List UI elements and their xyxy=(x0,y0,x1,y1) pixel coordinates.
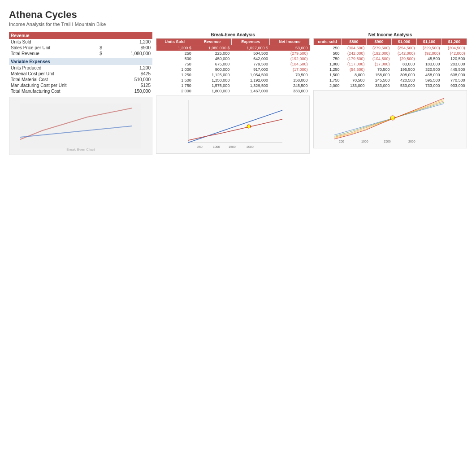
net-income-title: Net Income Analysis xyxy=(313,32,467,37)
variable-expenses-header: Variable Expenses xyxy=(9,58,152,65)
ni-units: 1,500 xyxy=(314,72,342,78)
ni-col-1000: $1,000 xyxy=(391,39,416,45)
ni-c3: (29,500) xyxy=(391,56,416,61)
be-expenses: 1,192,000 xyxy=(231,78,270,83)
col-units-sold: Units Sold xyxy=(156,39,193,45)
net-income-section: Net Income Analysis units sold $800 $900… xyxy=(313,32,467,154)
ni-c1: (242,000) xyxy=(341,51,366,56)
material-cost-value: $425 xyxy=(118,71,152,77)
units-sold-value: 1,200 xyxy=(104,39,152,45)
svg-point-11 xyxy=(390,116,395,120)
table-row: 250 (304,500) (279,500) (254,500) (229,5… xyxy=(314,45,467,51)
units-sold-label: Units Sold xyxy=(9,39,98,45)
svg-rect-2 xyxy=(179,98,287,149)
table-row: 2,000 1,800,000 1,467,000 333,000 xyxy=(156,88,310,94)
be-net-income: (279,500) xyxy=(270,51,310,56)
variable-expenses-table: Units Produced 1,200 Material Cost per U… xyxy=(9,65,152,94)
be-expenses: 642,000 xyxy=(231,56,270,61)
total-material-label: Total Material Cost xyxy=(9,77,112,82)
revenue-table: Units Sold 1,200 Sales Price per Unit $ … xyxy=(9,39,152,56)
svg-text:Break-Even Chart: Break-Even Chart xyxy=(66,147,95,152)
ni-c3: 533,000 xyxy=(391,83,416,88)
break-even-table: Units Sold Revenue Expenses Net Income 1… xyxy=(156,38,310,94)
total-revenue-label: Total Revenue xyxy=(9,51,98,56)
units-sold-dollar xyxy=(98,39,104,45)
ni-c3: 308,000 xyxy=(391,72,416,78)
ni-units: 500 xyxy=(314,51,342,56)
ni-col-1200: $1,200 xyxy=(441,39,467,45)
be-expenses: 1,467,000 xyxy=(231,88,270,94)
be-units: 1,000 xyxy=(156,67,193,72)
be-units: 1,500 xyxy=(156,78,193,83)
table-row: 1,000 900,000 917,000 (17,000) xyxy=(156,67,310,72)
table-row: 250 225,000 504,500 (279,500) xyxy=(156,51,310,56)
break-even-title: Break-Even Analysis xyxy=(156,32,310,37)
table-row: 1,200 $ 1,080,000 $ 1,027,000 $ 53,000 xyxy=(156,45,310,51)
table-row: 1,250 (54,500) 70,500 195,500 320,500 44… xyxy=(314,67,467,72)
total-mfg-label: Total Manufacturing Cost xyxy=(9,88,112,94)
total-mfg-dollar xyxy=(112,88,118,94)
ni-c4: 595,500 xyxy=(416,78,441,83)
ni-units: 1,750 xyxy=(314,78,342,83)
be-revenue: 1,125,000 xyxy=(193,72,232,78)
table-row: Total Manufacturing Cost 150,000 xyxy=(9,88,152,94)
table-row: 1,750 1,575,000 1,329,500 245,500 xyxy=(156,83,310,88)
svg-text:2000: 2000 xyxy=(408,140,415,143)
be-expenses: 1,027,000 $ xyxy=(231,45,270,51)
ni-c1: (54,500) xyxy=(341,67,366,72)
ni-c4: 458,000 xyxy=(416,72,441,78)
table-row: 1,500 8,000 158,000 308,000 458,000 608,… xyxy=(314,72,467,78)
table-row: 500 450,000 642,000 (192,000) xyxy=(156,56,310,61)
ni-c5: 120,500 xyxy=(441,56,467,61)
be-net-income: 333,000 xyxy=(270,88,310,94)
table-row: 750 (179,500) (104,500) (29,500) 45,500 … xyxy=(314,56,467,61)
mfg-cost-label: Manufacturing Cost per Unit xyxy=(9,82,112,88)
table-row: Total Revenue $ 1,080,000 xyxy=(9,51,152,56)
be-units: 250 xyxy=(156,51,193,56)
ni-c1: (117,000) xyxy=(341,61,366,67)
ni-c5: 933,000 xyxy=(441,83,467,88)
be-revenue: 1,575,000 xyxy=(193,83,232,88)
net-income-table: units sold $800 $900 $1,000 $1,100 $1,20… xyxy=(313,38,467,88)
be-units: 500 xyxy=(156,56,193,61)
left-panel: Revenue Units Sold 1,200 Sales Price per… xyxy=(9,32,152,155)
table-row: 1,750 70,500 245,500 420,500 595,500 770… xyxy=(314,78,467,83)
be-net-income: 70,500 xyxy=(270,72,310,78)
be-revenue: 1,800,000 xyxy=(193,88,232,94)
be-units: 1,250 xyxy=(156,72,193,78)
ni-c1: 133,000 xyxy=(341,83,366,88)
col-net-income: Net Income xyxy=(270,39,310,45)
ni-c4: 320,500 xyxy=(416,67,441,72)
ni-c2: 333,000 xyxy=(366,83,391,88)
be-expenses: 917,000 xyxy=(231,67,270,72)
be-expenses: 1,054,500 xyxy=(231,72,270,78)
be-revenue: 450,000 xyxy=(193,56,232,61)
ni-col-units: units sold xyxy=(314,39,342,45)
ni-units: 750 xyxy=(314,56,342,61)
be-revenue: 225,000 xyxy=(193,51,232,56)
ni-c3: (254,500) xyxy=(391,45,416,51)
table-row: 2,000 133,000 333,000 533,000 733,000 93… xyxy=(314,83,467,88)
svg-text:2000: 2000 xyxy=(247,145,254,148)
be-revenue: 900,000 xyxy=(193,67,232,72)
ni-c5: (204,500) xyxy=(441,45,467,51)
mfg-cost-dollar xyxy=(112,82,118,88)
be-net-income: 245,500 xyxy=(270,83,310,88)
material-cost-label: Material Cost per Unit xyxy=(9,71,112,77)
table-row: 1,250 1,125,000 1,054,500 70,500 xyxy=(156,72,310,78)
mfg-cost-value: $125 xyxy=(118,82,152,88)
material-cost-dollar xyxy=(112,71,118,77)
ni-col-1100: $1,100 xyxy=(416,39,441,45)
be-revenue: 1,080,000 $ xyxy=(193,45,232,51)
ni-c5: (42,000) xyxy=(441,51,467,56)
svg-text:1500: 1500 xyxy=(384,140,391,143)
svg-text:1000: 1000 xyxy=(361,140,368,143)
break-even-section: Break-Even Analysis Units Sold Revenue E… xyxy=(156,32,310,154)
ni-c4: 733,000 xyxy=(416,83,441,88)
be-units: 2,000 xyxy=(156,88,193,94)
ni-c2: (192,000) xyxy=(366,51,391,56)
svg-text:1000: 1000 xyxy=(213,145,220,148)
left-chart: Break-Even Chart xyxy=(9,97,152,155)
be-net-income: (104,500) xyxy=(270,61,310,67)
ni-c2: 245,500 xyxy=(366,78,391,83)
